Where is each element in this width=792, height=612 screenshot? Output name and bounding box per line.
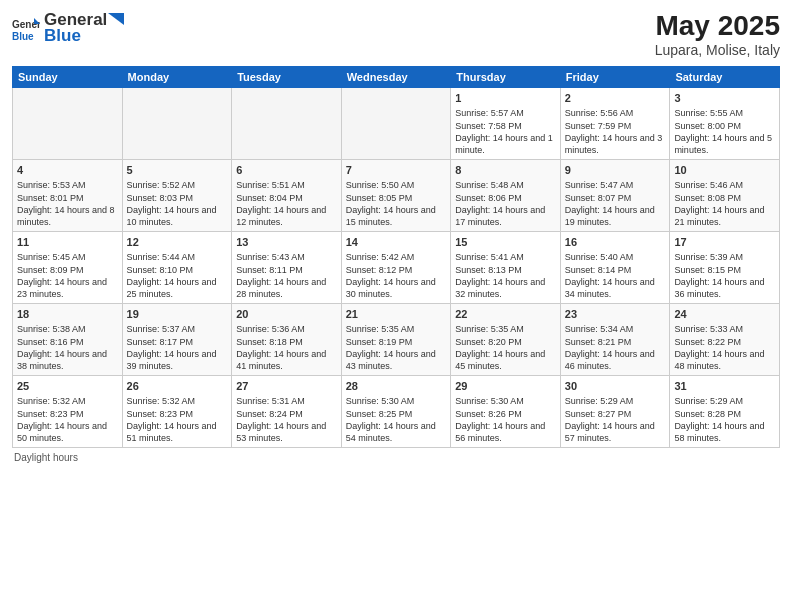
day-info: Sunrise: 5:39 AMSunset: 8:15 PMDaylight:… [674,251,775,300]
day-number: 17 [674,235,775,250]
svg-text:Blue: Blue [12,31,34,42]
calendar-header-row: Sunday Monday Tuesday Wednesday Thursday… [13,67,780,88]
col-sunday: Sunday [13,67,123,88]
logo-wordmark: General Blue [44,10,125,46]
day-info: Sunrise: 5:31 AMSunset: 8:24 PMDaylight:… [236,395,337,444]
day-info: Sunrise: 5:30 AMSunset: 8:25 PMDaylight:… [346,395,447,444]
day-number: 13 [236,235,337,250]
day-info: Sunrise: 5:43 AMSunset: 8:11 PMDaylight:… [236,251,337,300]
day-number: 28 [346,379,447,394]
calendar-week-1: 1Sunrise: 5:57 AMSunset: 7:58 PMDaylight… [13,88,780,160]
calendar-cell: 23Sunrise: 5:34 AMSunset: 8:21 PMDayligh… [560,304,670,376]
calendar-week-2: 4Sunrise: 5:53 AMSunset: 8:01 PMDaylight… [13,160,780,232]
calendar-cell: 17Sunrise: 5:39 AMSunset: 8:15 PMDayligh… [670,232,780,304]
col-tuesday: Tuesday [232,67,342,88]
calendar-cell: 28Sunrise: 5:30 AMSunset: 8:25 PMDayligh… [341,376,451,448]
header: General Blue General Blue May 2025 Lupar… [12,10,780,58]
calendar-cell: 12Sunrise: 5:44 AMSunset: 8:10 PMDayligh… [122,232,232,304]
day-info: Sunrise: 5:42 AMSunset: 8:12 PMDaylight:… [346,251,447,300]
day-info: Sunrise: 5:47 AMSunset: 8:07 PMDaylight:… [565,179,666,228]
day-info: Sunrise: 5:35 AMSunset: 8:20 PMDaylight:… [455,323,556,372]
day-info: Sunrise: 5:53 AMSunset: 8:01 PMDaylight:… [17,179,118,228]
calendar-cell: 31Sunrise: 5:29 AMSunset: 8:28 PMDayligh… [670,376,780,448]
day-number: 1 [455,91,556,106]
day-number: 10 [674,163,775,178]
calendar-cell: 13Sunrise: 5:43 AMSunset: 8:11 PMDayligh… [232,232,342,304]
calendar-cell [232,88,342,160]
day-number: 7 [346,163,447,178]
day-number: 24 [674,307,775,322]
day-info: Sunrise: 5:56 AMSunset: 7:59 PMDaylight:… [565,107,666,156]
location-subtitle: Lupara, Molise, Italy [655,42,780,58]
day-info: Sunrise: 5:40 AMSunset: 8:14 PMDaylight:… [565,251,666,300]
col-saturday: Saturday [670,67,780,88]
calendar-cell: 11Sunrise: 5:45 AMSunset: 8:09 PMDayligh… [13,232,123,304]
svg-marker-3 [108,13,124,25]
day-info: Sunrise: 5:38 AMSunset: 8:16 PMDaylight:… [17,323,118,372]
col-thursday: Thursday [451,67,561,88]
day-number: 31 [674,379,775,394]
day-number: 29 [455,379,556,394]
logo-icon: General Blue [12,14,40,42]
page-container: General Blue General Blue May 2025 Lupar… [0,0,792,612]
day-number: 30 [565,379,666,394]
calendar-cell: 1Sunrise: 5:57 AMSunset: 7:58 PMDaylight… [451,88,561,160]
calendar-cell: 29Sunrise: 5:30 AMSunset: 8:26 PMDayligh… [451,376,561,448]
calendar-cell: 26Sunrise: 5:32 AMSunset: 8:23 PMDayligh… [122,376,232,448]
day-info: Sunrise: 5:36 AMSunset: 8:18 PMDaylight:… [236,323,337,372]
day-number: 6 [236,163,337,178]
day-info: Sunrise: 5:48 AMSunset: 8:06 PMDaylight:… [455,179,556,228]
day-number: 27 [236,379,337,394]
col-friday: Friday [560,67,670,88]
day-info: Sunrise: 5:34 AMSunset: 8:21 PMDaylight:… [565,323,666,372]
day-info: Sunrise: 5:29 AMSunset: 8:28 PMDaylight:… [674,395,775,444]
calendar-cell: 30Sunrise: 5:29 AMSunset: 8:27 PMDayligh… [560,376,670,448]
day-info: Sunrise: 5:37 AMSunset: 8:17 PMDaylight:… [127,323,228,372]
calendar-cell: 27Sunrise: 5:31 AMSunset: 8:24 PMDayligh… [232,376,342,448]
logo-triangle-icon [108,13,124,25]
day-number: 5 [127,163,228,178]
day-number: 21 [346,307,447,322]
day-info: Sunrise: 5:46 AMSunset: 8:08 PMDaylight:… [674,179,775,228]
day-info: Sunrise: 5:45 AMSunset: 8:09 PMDaylight:… [17,251,118,300]
day-number: 15 [455,235,556,250]
day-number: 14 [346,235,447,250]
day-info: Sunrise: 5:51 AMSunset: 8:04 PMDaylight:… [236,179,337,228]
day-number: 19 [127,307,228,322]
calendar-cell: 25Sunrise: 5:32 AMSunset: 8:23 PMDayligh… [13,376,123,448]
calendar-cell: 22Sunrise: 5:35 AMSunset: 8:20 PMDayligh… [451,304,561,376]
day-number: 11 [17,235,118,250]
calendar-cell: 18Sunrise: 5:38 AMSunset: 8:16 PMDayligh… [13,304,123,376]
day-info: Sunrise: 5:41 AMSunset: 8:13 PMDaylight:… [455,251,556,300]
calendar-cell: 2Sunrise: 5:56 AMSunset: 7:59 PMDaylight… [560,88,670,160]
daylight-hours-label: Daylight hours [14,452,78,463]
day-number: 2 [565,91,666,106]
calendar-cell: 16Sunrise: 5:40 AMSunset: 8:14 PMDayligh… [560,232,670,304]
day-number: 25 [17,379,118,394]
day-info: Sunrise: 5:57 AMSunset: 7:58 PMDaylight:… [455,107,556,156]
day-info: Sunrise: 5:30 AMSunset: 8:26 PMDaylight:… [455,395,556,444]
calendar-cell: 9Sunrise: 5:47 AMSunset: 8:07 PMDaylight… [560,160,670,232]
footer: Daylight hours [12,452,780,463]
calendar-cell: 14Sunrise: 5:42 AMSunset: 8:12 PMDayligh… [341,232,451,304]
col-wednesday: Wednesday [341,67,451,88]
calendar-cell [122,88,232,160]
day-number: 9 [565,163,666,178]
day-number: 8 [455,163,556,178]
day-number: 23 [565,307,666,322]
calendar-cell [13,88,123,160]
calendar-cell: 21Sunrise: 5:35 AMSunset: 8:19 PMDayligh… [341,304,451,376]
calendar-cell: 8Sunrise: 5:48 AMSunset: 8:06 PMDaylight… [451,160,561,232]
day-number: 20 [236,307,337,322]
calendar-cell: 5Sunrise: 5:52 AMSunset: 8:03 PMDaylight… [122,160,232,232]
title-block: May 2025 Lupara, Molise, Italy [655,10,780,58]
day-info: Sunrise: 5:50 AMSunset: 8:05 PMDaylight:… [346,179,447,228]
day-number: 4 [17,163,118,178]
calendar-cell: 24Sunrise: 5:33 AMSunset: 8:22 PMDayligh… [670,304,780,376]
day-info: Sunrise: 5:32 AMSunset: 8:23 PMDaylight:… [127,395,228,444]
calendar-cell: 20Sunrise: 5:36 AMSunset: 8:18 PMDayligh… [232,304,342,376]
calendar-week-3: 11Sunrise: 5:45 AMSunset: 8:09 PMDayligh… [13,232,780,304]
day-info: Sunrise: 5:32 AMSunset: 8:23 PMDaylight:… [17,395,118,444]
day-number: 18 [17,307,118,322]
calendar-cell: 10Sunrise: 5:46 AMSunset: 8:08 PMDayligh… [670,160,780,232]
